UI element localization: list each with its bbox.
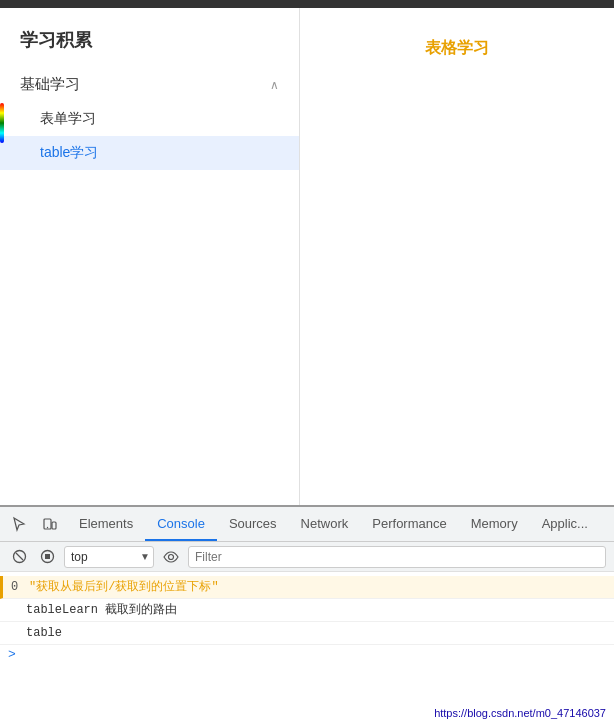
console-text-quoted: "获取从最后到/获取到的位置下标": [29, 578, 219, 596]
sidebar-title: 学习积累: [0, 18, 299, 67]
svg-point-7: [169, 554, 174, 559]
console-line-num: 0: [11, 578, 21, 596]
clear-console-icon[interactable]: [8, 546, 30, 568]
context-selector[interactable]: top ▼: [64, 546, 154, 568]
stop-logging-icon[interactable]: [36, 546, 58, 568]
context-select[interactable]: top: [64, 546, 154, 568]
tab-application[interactable]: Applic...: [530, 507, 600, 541]
console-line-2: table: [0, 622, 614, 645]
svg-line-4: [16, 553, 23, 560]
console-line-1: tableLearn 截取到的路由: [0, 599, 614, 622]
status-bar: https://blog.csdn.net/m0_47146037: [426, 705, 614, 721]
top-bar: [0, 0, 614, 8]
console-output: 0 "获取从最后到/获取到的位置下标" tableLearn 截取到的路由 ta…: [0, 572, 614, 721]
sidebar-section-header[interactable]: 基础学习 ∧: [0, 67, 299, 102]
devtools-toolbar: top ▼: [0, 542, 614, 572]
tab-memory[interactable]: Memory: [459, 507, 530, 541]
status-url: https://blog.csdn.net/m0_47146037: [434, 707, 606, 719]
device-toolbar-icon[interactable]: [36, 510, 64, 538]
console-line-0: 0 "获取从最后到/获取到的位置下标": [0, 576, 614, 599]
sidebar-section: 基础学习 ∧ 表单学习 table学习: [0, 67, 299, 170]
sidebar: 学习积累 基础学习 ∧ 表单学习 table学习: [0, 8, 300, 505]
tab-network[interactable]: Network: [289, 507, 361, 541]
devtools-tabs-bar: Elements Console Sources Network Perform…: [0, 507, 614, 542]
tab-sources[interactable]: Sources: [217, 507, 289, 541]
console-line-1-text: tableLearn 截取到的路由: [26, 601, 177, 619]
sidebar-item-form[interactable]: 表单学习: [0, 102, 299, 136]
prompt-arrow-icon: >: [8, 647, 16, 662]
tab-console[interactable]: Console: [145, 507, 217, 541]
sidebar-section-label: 基础学习: [20, 75, 80, 94]
main-area: 学习积累 基础学习 ∧ 表单学习 table学习 表格学习: [0, 8, 614, 505]
chevron-up-icon: ∧: [270, 78, 279, 92]
svg-point-2: [47, 527, 48, 528]
console-line-2-text: table: [26, 624, 62, 642]
tab-elements[interactable]: Elements: [67, 507, 145, 541]
svg-rect-1: [52, 522, 56, 529]
sidebar-item-table[interactable]: table学习: [0, 136, 299, 170]
console-prompt: >: [0, 645, 614, 664]
sidebar-color-indicator: [0, 103, 4, 143]
content-area: 表格学习: [300, 8, 614, 505]
devtools-panel: Elements Console Sources Network Perform…: [0, 505, 614, 721]
content-title: 表格学习: [320, 38, 594, 59]
inspect-element-icon[interactable]: [5, 510, 33, 538]
eye-icon[interactable]: [160, 546, 182, 568]
tab-performance[interactable]: Performance: [360, 507, 458, 541]
svg-rect-6: [45, 554, 50, 559]
filter-input[interactable]: [188, 546, 606, 568]
